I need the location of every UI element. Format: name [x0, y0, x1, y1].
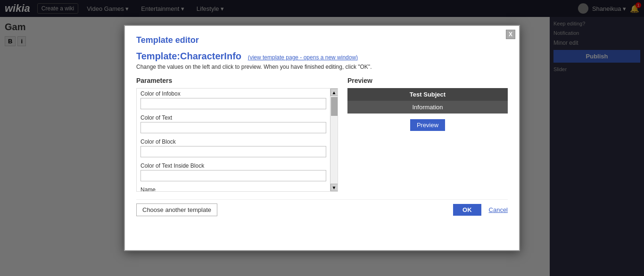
modal-overlay: X Template editor Template:CharacterInfo…	[0, 0, 644, 276]
param-label-color-text-inside: Color of Text Inside Block	[140, 162, 326, 169]
params-inner: Color of Infobox Color of Text Color of …	[137, 89, 338, 192]
scroll-down-button[interactable]: ▼	[330, 184, 338, 191]
template-name: Template:CharacterInfo	[136, 51, 241, 61]
param-group-name: Name	[139, 187, 328, 192]
scroll-thumb[interactable]	[331, 97, 338, 116]
preview-section: Preview Test Subject Information Preview	[347, 77, 508, 192]
preview-heading: Preview	[347, 77, 508, 84]
scrollbar-track[interactable]: ▲ ▼	[330, 89, 338, 191]
cancel-button[interactable]: Cancel	[489, 206, 508, 213]
param-input-color-block[interactable]	[140, 146, 326, 157]
preview-table: Test Subject Information	[347, 88, 508, 114]
parameters-heading: Parameters	[136, 77, 338, 84]
param-group-color-infobox: Color of Infobox	[139, 90, 328, 111]
preview-button[interactable]: Preview	[410, 119, 445, 131]
footer-right: OK Cancel	[453, 204, 508, 216]
ok-button[interactable]: OK	[453, 204, 481, 216]
scroll-up-button[interactable]: ▲	[330, 89, 338, 96]
preview-table-header: Test Subject	[347, 88, 508, 101]
param-group-color-text-inside: Color of Text Inside Block	[139, 162, 328, 183]
param-input-color-text-inside[interactable]	[140, 170, 326, 181]
parameters-section: Parameters Color of Infobox Color of Tex…	[136, 77, 338, 192]
preview-table-info: Information	[347, 101, 508, 114]
modal-description: Change the values on the left and click …	[136, 64, 508, 70]
modal-title: Template editor	[136, 35, 508, 45]
params-scroll-area[interactable]: Color of Infobox Color of Text Color of …	[136, 88, 338, 192]
modal-footer: Choose another template OK Cancel	[136, 199, 508, 216]
param-input-color-infobox[interactable]	[140, 98, 326, 109]
param-label-color-block: Color of Block	[140, 138, 326, 145]
modal-body: Parameters Color of Infobox Color of Tex…	[136, 77, 508, 192]
param-group-color-text: Color of Text	[139, 114, 328, 135]
param-label-name: Name	[140, 187, 326, 192]
template-header: Template:CharacterInfo (view template pa…	[136, 51, 508, 62]
param-input-color-text[interactable]	[140, 122, 326, 133]
template-page-link[interactable]: (view template page - opens a new window…	[248, 54, 358, 61]
param-group-color-block: Color of Block	[139, 138, 328, 159]
param-label-color-text: Color of Text	[140, 114, 326, 121]
choose-template-button[interactable]: Choose another template	[136, 203, 217, 216]
param-label-color-infobox: Color of Infobox	[140, 90, 326, 97]
template-editor-modal: X Template editor Template:CharacterInfo…	[124, 25, 520, 251]
close-button[interactable]: X	[506, 30, 515, 39]
